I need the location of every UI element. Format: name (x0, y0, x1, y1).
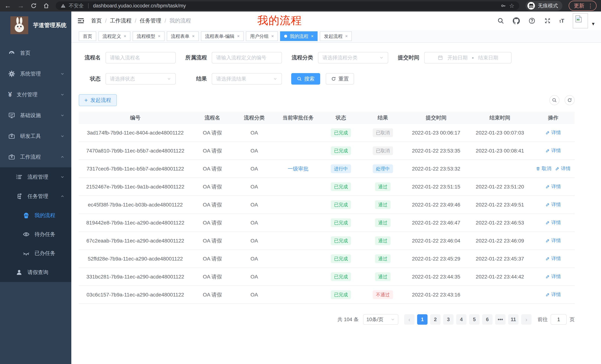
url-text[interactable]: dashboard.yudao.iocoder.cn/bpm/task/my (93, 3, 186, 9)
detail-link[interactable]: 详情 (545, 273, 561, 280)
result-badge: 不通过 (373, 290, 393, 299)
home-icon[interactable] (43, 3, 50, 9)
cell-id: 03c6c157-7b9a-11ec-a290-acde48001122 (79, 292, 192, 298)
update-button[interactable]: 更新 ⋮ (569, 1, 597, 11)
start-date-placeholder[interactable]: 开始日期 (448, 54, 468, 61)
result-select[interactable]: 请选择流结果 (212, 73, 282, 85)
sidebar-item-done-tasks[interactable]: 已办任务 (0, 244, 71, 263)
page-button-11[interactable]: 11 (508, 314, 519, 325)
tab-home[interactable]: 首页 (79, 31, 96, 41)
reload-icon[interactable] (30, 3, 37, 9)
sidebar-item-infra[interactable]: 基础设施 (0, 105, 71, 126)
close-icon[interactable]: × (237, 34, 240, 39)
tab-user-group[interactable]: 用户分组× (246, 31, 278, 41)
cell-submit-time: 2022-01-22 23:53:35 (404, 148, 468, 154)
logo-row[interactable]: 芋道管理系统 (0, 11, 71, 36)
process-name-input[interactable] (110, 55, 171, 61)
sidebar-item-system[interactable]: 系统管理 (0, 63, 71, 84)
tab-process-model[interactable]: 流程模型× (133, 31, 165, 41)
tab-process-form-edit[interactable]: 流程表单-编辑× (201, 31, 244, 41)
status-select[interactable]: 请选择状态 (105, 73, 176, 85)
forward-icon[interactable]: → (18, 2, 24, 9)
sidebar-item-leave-query[interactable]: 请假查询 (0, 263, 71, 282)
font-size-icon[interactable]: tT (560, 18, 564, 24)
tab-start-process[interactable]: 发起流程× (320, 31, 352, 41)
detail-link[interactable]: 详情 (545, 219, 561, 226)
refresh-table-button[interactable] (565, 95, 575, 105)
sidebar-item-devtools[interactable]: 研发工具 (0, 126, 71, 147)
table-row: 7470a810-7b9b-11ec-b5b7-acde48001122OA 请… (79, 142, 575, 160)
bookmark-star-icon[interactable]: ☆ (509, 2, 514, 9)
sidebar-item-home[interactable]: 首页 (0, 43, 71, 63)
category-select[interactable]: 请选择流程分类 (318, 52, 388, 63)
start-process-button[interactable]: + 发起流程 (79, 94, 117, 106)
github-icon[interactable] (513, 17, 520, 24)
toggle-search-button[interactable] (549, 95, 559, 105)
reset-button[interactable]: 重置 (326, 73, 354, 85)
browser-menu-icon[interactable]: ⋮ (588, 3, 593, 9)
avatar[interactable] (573, 13, 588, 29)
chevron-down-icon (391, 317, 395, 322)
search-button[interactable]: 搜索 (291, 73, 320, 85)
next-page-button[interactable]: › (521, 314, 531, 325)
cell-category: OA (233, 130, 276, 136)
detail-link[interactable]: 详情 (545, 201, 561, 208)
breadcrumb-item-2[interactable]: 任务管理 (140, 17, 161, 25)
cell-status: 已完成 (320, 272, 361, 281)
detail-link[interactable]: 详情 (545, 183, 561, 190)
cancel-link[interactable]: 取消 (536, 165, 551, 172)
avatar-caret-icon[interactable]: ▼ (591, 21, 595, 27)
page-button-1[interactable]: 1 (417, 314, 428, 325)
tab-process-form[interactable]: 流程表单× (167, 31, 199, 41)
end-date-placeholder[interactable]: 结束日期 (478, 54, 498, 61)
detail-link[interactable]: 详情 (545, 147, 561, 154)
page-button-3[interactable]: 3 (443, 314, 453, 325)
fullscreen-icon[interactable] (544, 17, 551, 24)
date-range-picker[interactable]: 开始日期 - 结束日期 (424, 52, 511, 63)
prev-page-button[interactable]: ‹ (404, 314, 415, 325)
detail-link[interactable]: 详情 (545, 129, 561, 136)
tab-my-process[interactable]: 我的流程× (280, 31, 318, 41)
sidebar-item-label: 请假查询 (28, 269, 48, 276)
sidebar-item-task-mgmt[interactable]: 任务管理 (0, 187, 71, 206)
close-icon[interactable]: × (192, 34, 195, 39)
url-bar[interactable]: 不安全 dashboard.yudao.iocoder.cn/bpm/task/… (56, 1, 519, 10)
tab-process-def[interactable]: 流程定义× (99, 31, 130, 41)
detail-link[interactable]: 详情 (555, 165, 571, 172)
sidebar-item-todo-tasks[interactable]: 待办任务 (0, 225, 71, 244)
page-button-2[interactable]: 2 (430, 314, 441, 325)
help-icon[interactable] (528, 17, 535, 24)
close-icon[interactable]: × (124, 34, 126, 39)
sidebar-item-process-mgmt[interactable]: 流程管理 (0, 167, 71, 187)
search-icon[interactable] (497, 17, 504, 24)
task-link[interactable]: 一级审批 (288, 166, 309, 172)
detail-link[interactable]: 详情 (545, 255, 561, 262)
detail-link[interactable]: 详情 (545, 291, 561, 298)
breadcrumb-item-1[interactable]: 工作流程 (110, 17, 131, 25)
close-icon[interactable]: × (311, 34, 313, 39)
goto-page-input[interactable] (551, 314, 567, 325)
chevron-down-icon (60, 175, 65, 179)
breadcrumb-item-0[interactable]: 首页 (91, 17, 102, 25)
page-button-4[interactable]: 4 (456, 314, 467, 325)
more-pages-button[interactable]: ••• (495, 314, 506, 325)
back-icon[interactable]: ← (4, 2, 11, 9)
page-button-5[interactable]: 5 (469, 314, 480, 325)
close-icon[interactable]: × (158, 34, 160, 39)
cell-result: 通过 (361, 182, 404, 191)
sidebar-item-workflow[interactable]: 工作流程 (0, 147, 71, 167)
collapse-menu-icon[interactable] (77, 17, 85, 25)
page-button-6[interactable]: 6 (482, 314, 492, 325)
sidebar-item-payment[interactable]: ¥支付管理 (0, 84, 71, 105)
detail-link[interactable]: 详情 (545, 237, 561, 244)
update-label: 更新 (574, 2, 584, 9)
security-label[interactable]: 不安全 (69, 2, 84, 9)
per-page-select[interactable]: 10条/页 (363, 314, 398, 325)
sidebar-item-my-process[interactable]: 我的流程 (0, 206, 71, 225)
close-icon[interactable]: × (345, 34, 348, 39)
cell-actions: 详情 (532, 255, 575, 262)
password-key-icon[interactable] (501, 3, 506, 9)
close-icon[interactable]: × (271, 34, 274, 39)
cell-submit-time: 2022-01-23 00:06:17 (404, 130, 468, 136)
process-definition-input[interactable] (216, 55, 278, 61)
